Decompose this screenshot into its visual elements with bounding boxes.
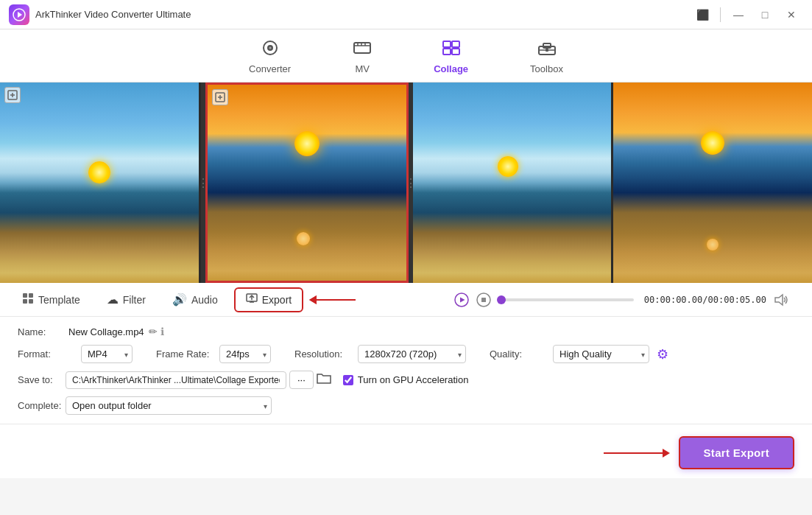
quality-gear-button[interactable]: ⚙ [657, 346, 668, 362]
arrow-line [604, 452, 663, 454]
tab-filter[interactable]: ☁ Filter [96, 288, 156, 311]
progress-thumb[interactable] [497, 295, 506, 304]
framerate-select-wrapper: 24fps30fps60fps ▾ [219, 345, 271, 363]
name-value: New Collage.mp4 [68, 326, 144, 337]
mv-icon [353, 40, 372, 60]
tab-converter[interactable]: Converter [240, 37, 300, 77]
tab-collage[interactable]: Collage [425, 37, 477, 77]
progress-track[interactable] [501, 298, 634, 301]
svg-point-4 [269, 47, 271, 49]
preview-area [0, 83, 812, 283]
add-media-icon-1[interactable] [4, 87, 21, 103]
app-icon [9, 4, 29, 25]
close-button[interactable]: ✕ [780, 5, 803, 24]
framerate-label: Frame Rate: [156, 348, 215, 360]
svg-rect-27 [29, 299, 33, 304]
chat-button[interactable]: ⬛ [691, 5, 714, 24]
tab-converter-label: Converter [249, 63, 291, 74]
svg-marker-36 [775, 295, 783, 305]
svg-rect-5 [354, 43, 370, 53]
format-select[interactable]: MP4MOVAVIMKV [81, 345, 133, 363]
preview-cell-2[interactable] [205, 83, 409, 283]
preview-cell-4[interactable] [613, 83, 812, 283]
complete-row: Complete: Open output folderDo nothingSh… [18, 396, 794, 415]
name-info-icon[interactable]: ℹ [160, 326, 164, 337]
tab-export[interactable]: Export [234, 287, 303, 312]
play-button[interactable] [454, 292, 469, 307]
gpu-acceleration-group: Turn on GPU Acceleration [343, 374, 469, 385]
tab-toolbox[interactable]: Toolbox [521, 37, 572, 77]
name-label: Name: [18, 326, 66, 337]
arrow-head [663, 449, 670, 458]
preview-cell-1[interactable] [0, 83, 201, 283]
volume-button[interactable] [774, 293, 788, 306]
time-current: 00:00:00.00 [644, 295, 702, 305]
quality-label: Quality: [490, 348, 548, 360]
open-folder-button[interactable] [317, 371, 331, 388]
toolbox-icon [537, 40, 557, 60]
complete-select[interactable]: Open output folderDo nothingShut down [66, 396, 272, 415]
start-export-arrow [604, 449, 670, 458]
saveto-row: Save to: ··· Turn on GPU Acceleration [18, 371, 794, 389]
start-export-wrapper: Start Export [0, 424, 812, 478]
audio-icon: 🔊 [172, 292, 187, 306]
svg-rect-26 [23, 299, 27, 304]
name-row: Name: New Collage.mp4 ✏ ℹ [18, 326, 794, 337]
svg-rect-17 [546, 49, 548, 52]
preview-divider-1[interactable] [201, 83, 205, 283]
svg-marker-33 [460, 297, 465, 302]
add-media-icon-2[interactable] [212, 89, 228, 105]
tab-collage-label: Collage [434, 63, 468, 74]
svg-rect-35 [481, 298, 486, 302]
resolution-label: Resolution: [294, 348, 353, 360]
resolution-select[interactable]: 1280x720 (720p)1920x1080 (1080p) [358, 345, 466, 363]
filter-icon: ☁ [107, 292, 119, 306]
format-select-wrapper: MP4MOVAVIMKV ▾ [81, 345, 133, 363]
maximize-button[interactable]: □ [753, 5, 777, 24]
format-group: Format: MP4MOVAVIMKV ▾ [18, 345, 133, 363]
svg-rect-11 [452, 41, 459, 47]
template-icon [22, 292, 34, 307]
resolution-select-wrapper: 1280x720 (720p)1920x1080 (1080p) ▾ [358, 345, 466, 363]
start-export-button[interactable]: Start Export [679, 436, 794, 469]
preview-cell-3[interactable] [413, 83, 614, 283]
settings-panel: Name: New Collage.mp4 ✏ ℹ Format: MP4MOV… [0, 317, 812, 424]
tab-mv-label: MV [355, 63, 370, 74]
complete-label: Complete: [18, 400, 66, 411]
titlebar: ArkThinker Video Converter Ultimate ⬛ — … [0, 0, 812, 29]
nav-tabs: Converter MV Collage [0, 29, 812, 83]
tab-filter-label: Filter [123, 294, 146, 306]
tab-export-label: Export [262, 294, 292, 306]
svg-rect-12 [443, 49, 451, 55]
edit-tabs-bar: Template ☁ Filter 🔊 Audio Export [0, 283, 812, 317]
saveto-input[interactable] [66, 371, 286, 389]
gpu-checkbox[interactable] [343, 375, 353, 385]
collage-icon [442, 40, 461, 60]
tab-template[interactable]: Template [12, 288, 91, 312]
name-edit-icon[interactable]: ✏ [149, 326, 158, 337]
tab-template-label: Template [38, 294, 80, 306]
resolution-group: Resolution: 1280x720 (720p)1920x1080 (10… [294, 345, 466, 363]
format-row: Format: MP4MOVAVIMKV ▾ Frame Rate: 24fps… [18, 345, 794, 363]
quality-select[interactable]: High QualityStandard Quality [553, 345, 649, 363]
browse-dots-button[interactable]: ··· [289, 371, 314, 389]
svg-rect-24 [23, 293, 27, 298]
preview-divider-2[interactable] [409, 83, 413, 283]
tab-mv[interactable]: MV [344, 37, 381, 77]
time-display: 00:00:00.00/00:00:05.00 [644, 295, 766, 305]
titlebar-controls: ⬛ — □ ✕ [691, 5, 803, 24]
player-controls: 00:00:00.00/00:00:05.00 [454, 292, 800, 307]
minimize-button[interactable]: — [727, 5, 750, 24]
tab-toolbox-label: Toolbox [530, 63, 563, 74]
saveto-label: Save to: [18, 374, 66, 385]
time-total: 00:00:05.00 [708, 295, 766, 305]
tab-audio[interactable]: 🔊 Audio [162, 288, 228, 311]
svg-rect-13 [452, 49, 459, 55]
complete-select-wrapper: Open output folderDo nothingShut down ▾ [66, 396, 272, 415]
stop-button[interactable] [476, 292, 491, 307]
svg-rect-10 [443, 41, 451, 47]
gpu-label[interactable]: Turn on GPU Acceleration [358, 374, 469, 385]
framerate-select[interactable]: 24fps30fps60fps [219, 345, 271, 363]
app-title: ArkThinker Video Converter Ultimate [35, 9, 191, 20]
framerate-group: Frame Rate: 24fps30fps60fps ▾ [156, 345, 271, 363]
